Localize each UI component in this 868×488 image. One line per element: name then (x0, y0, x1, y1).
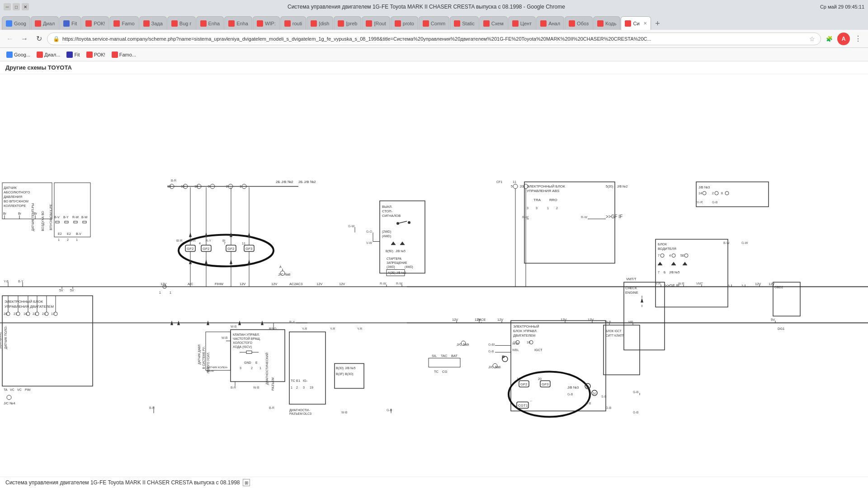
forward-button[interactable]: → (18, 33, 31, 45)
svg-text:BAT: BAT (451, 354, 458, 358)
svg-text:VMT: VMT (696, 282, 703, 285)
svg-text:ВПУСКНОМ К-РЕ: ВПУСКНОМ К-РЕ (49, 204, 52, 230)
svg-text:B-V: B-V (76, 232, 81, 235)
svg-text:J/C №8: J/C №8 (488, 365, 501, 369)
svg-text:R-W: R-W (72, 216, 79, 219)
svg-text:12V: 12V (339, 282, 345, 286)
tab-bug[interactable]: Bug г (167, 16, 196, 30)
svg-text:ДАТЧИК ПОЛО-: ДАТЧИК ПОЛО- (4, 325, 8, 349)
tab-google[interactable]: Goog (2, 16, 30, 30)
tab-label-routi: routi (292, 21, 302, 26)
tab-static[interactable]: Static (450, 16, 479, 30)
svg-text:TC: TC (434, 370, 439, 374)
svg-text:5(20): 5(20) (606, 185, 613, 188)
svg-text:FIHW: FIHW (215, 282, 224, 286)
svg-text:>>GF IF: >>GF IF (606, 214, 623, 219)
page-header: Другие схемы TOYOTA (0, 61, 868, 74)
tab-dish[interactable]: [dish (307, 16, 333, 30)
new-tab-button[interactable]: + (651, 17, 664, 30)
close-icon[interactable]: ✕ (22, 3, 29, 10)
tab-favicon-static (454, 20, 460, 27)
svg-text:(4WD): (4WD) (382, 235, 391, 238)
bookmark-rok[interactable]: РОК! (84, 51, 108, 59)
tab-anal[interactable]: Анал (536, 16, 564, 30)
svg-text:W-BI: W-BI (512, 342, 519, 345)
svg-text:AC2AC3: AC2AC3 (289, 282, 302, 286)
svg-text:12V: 12V (769, 282, 774, 286)
svg-text:Br: Br (18, 212, 22, 215)
tab-enha2[interactable]: Enha (224, 16, 252, 30)
tab-label-shem: Схем (491, 21, 504, 26)
svg-text:R-Y: R-Y (289, 320, 295, 324)
tab-dial[interactable]: Диал (31, 16, 59, 30)
svg-text:SIL: SIL (432, 354, 437, 358)
tab-fit[interactable]: Fit (59, 16, 81, 30)
page-caption: Система управления двигателем 1G-FE Toyo… (0, 477, 868, 488)
svg-text:W-R: W-R (678, 282, 684, 285)
tab-zadacha[interactable]: Задa (139, 16, 167, 30)
tab-label-static: Static (462, 21, 475, 26)
tab-rok[interactable]: РОК! (81, 16, 109, 30)
tab-enha1[interactable]: Enha (196, 16, 224, 30)
tab-label-kod: Кодь (605, 21, 616, 26)
tab-preb[interactable]: [preb (334, 16, 361, 30)
tab-label-rok: РОК! (94, 21, 105, 26)
tab-oboz[interactable]: Обоз (565, 16, 593, 30)
tab-shem[interactable]: Схем (479, 16, 508, 30)
tab-si-active[interactable]: Си ✕ (621, 16, 651, 30)
minimize-icon[interactable]: ─ (4, 3, 11, 10)
tab-label-wip: WIP: (265, 21, 276, 26)
expand-icon[interactable]: ⊞ (243, 479, 250, 486)
svg-text:(4WD): (4WD) (405, 265, 413, 269)
svg-text:TA: TA (4, 388, 8, 391)
svg-text:W-B: W-B (222, 336, 228, 339)
svg-text:КОЛЛЕКТОРЕ: КОЛЛЕКТОРЕ (4, 204, 26, 208)
svg-text:R-W: R-W (380, 282, 386, 285)
svg-text:12V: 12V (452, 318, 458, 322)
svg-text:PIM: PIM (25, 388, 31, 391)
svg-text:7: 7 (658, 271, 660, 274)
menu-button[interactable]: ⋮ (852, 33, 864, 45)
svg-text:20: 20 (538, 377, 542, 380)
bookmark-dial[interactable]: Диал... (34, 51, 63, 59)
tab-routi[interactable]: routi (280, 16, 306, 30)
svg-text:12V: 12V (755, 282, 761, 286)
bookmark-star-icon[interactable]: ☆ (809, 35, 815, 42)
svg-text:TAC: TAC (441, 354, 448, 358)
maximize-icon[interactable]: □ (13, 3, 20, 10)
browser-title: Система управления двигателем 1G-FE Toyo… (33, 4, 820, 10)
tab-kod[interactable]: Кодь (593, 16, 620, 30)
bookmark-fit[interactable]: Fit (64, 51, 82, 59)
svg-text:1c: 1c (586, 385, 590, 388)
svg-text:G-BI: G-BI (488, 343, 495, 346)
tab-proto[interactable]: proto (391, 16, 418, 30)
svg-text:J/B №5: J/B №5 (396, 249, 406, 253)
svg-text:19: 19 (310, 386, 313, 389)
address-bar[interactable]: 🔒 https://toyota.service-manual.company/… (47, 33, 821, 45)
tab-favicon-si (625, 20, 631, 27)
bookmark-famo[interactable]: Famo... (109, 51, 139, 59)
tab-bar: Goog Диал Fit РОК! Famo Задa Bug г Enha (0, 14, 868, 30)
tab-label-dial: Диал (43, 21, 55, 26)
tab-comm[interactable]: Comm (419, 16, 449, 30)
svg-text:TRA: TRA (533, 198, 541, 202)
tab-famo[interactable]: Famo (109, 16, 138, 30)
tab-wip[interactable]: WIP: (253, 16, 280, 30)
reload-button[interactable]: ↻ (33, 33, 45, 45)
diagram-area[interactable]: ДАТЧИК АБСОЛЮТНОГО ДАВЛЕНИЯ ВО ВПУСКНОМ … (0, 74, 868, 477)
bookmark-google[interactable]: Goog... (4, 51, 33, 59)
back-button[interactable]: ← (4, 33, 16, 45)
tab-cent[interactable]: Цент (508, 16, 536, 30)
title-bar: ─ □ ✕ Система управления двигателем 1G-F… (0, 0, 868, 14)
svg-text:БЛОК: БЛОК (658, 242, 667, 246)
svg-text:ХОДА (ISCV): ХОДА (ISCV) (233, 345, 252, 349)
svg-text:G-B: G-B (488, 350, 494, 353)
svg-text:АБСОЛЮТНОГО: АБСОЛЮТНОГО (4, 190, 30, 194)
tab-rout[interactable]: [Rout (362, 16, 390, 30)
tab-favicon-proto (395, 20, 401, 27)
svg-text:GF2: GF2 (520, 382, 528, 386)
profile-icon[interactable]: A (837, 33, 850, 45)
tab-favicon-dish (311, 20, 317, 27)
extensions-button[interactable]: 🧩 (823, 33, 835, 45)
tab-close-si[interactable]: ✕ (643, 21, 647, 26)
